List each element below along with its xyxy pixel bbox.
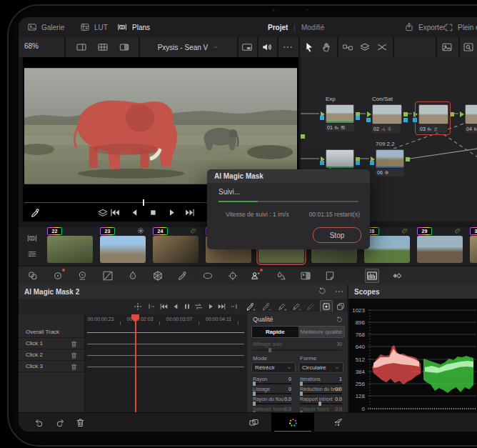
zoom-level[interactable]: 68% xyxy=(24,42,39,50)
redo-icon[interactable] xyxy=(54,417,65,428)
wipe-layers-icon[interactable] xyxy=(97,207,109,219)
pause-icon[interactable] xyxy=(182,302,192,312)
clip-28[interactable]: 28 xyxy=(364,227,410,266)
picker-add-icon[interactable]: + xyxy=(246,302,256,312)
node-input[interactable] xyxy=(413,111,418,117)
cut-page-icon[interactable] xyxy=(248,417,259,428)
node-thumbnail[interactable] xyxy=(372,104,402,124)
fullscreen-button[interactable]: Plein écran xyxy=(444,17,477,37)
pen-icon[interactable] xyxy=(306,302,316,312)
skip-start-icon[interactable] xyxy=(109,206,121,219)
tab-plans[interactable]: Plans xyxy=(116,17,150,37)
slider-track[interactable] xyxy=(300,403,342,404)
reset-icon[interactable] xyxy=(318,287,327,296)
more-options-icon[interactable] xyxy=(282,41,293,53)
undo-icon[interactable] xyxy=(34,417,45,428)
slider-track[interactable] xyxy=(253,403,291,404)
clip-thumbnail[interactable] xyxy=(47,236,93,263)
track-bar[interactable] xyxy=(87,367,244,367)
stop-button[interactable]: Stop xyxy=(313,227,361,243)
play-icon[interactable] xyxy=(166,206,178,219)
export-button[interactable]: Exporter xyxy=(404,17,446,37)
node-thumbnail[interactable] xyxy=(326,104,354,123)
color-wheels-icon[interactable] xyxy=(27,270,39,282)
notes-icon[interactable] xyxy=(324,270,336,282)
delete-track-icon[interactable] xyxy=(70,352,78,359)
clips-strip-icon[interactable] xyxy=(26,233,39,244)
node-bar[interactable]: 06 xyxy=(376,169,404,176)
step-track-fwd-icon[interactable] xyxy=(229,302,239,312)
clip-23[interactable]: 23 xyxy=(100,227,146,266)
timeline-sliders-icon[interactable] xyxy=(26,249,38,259)
node-02[interactable]: Con/Sat 02 xyxy=(372,104,401,133)
node-input[interactable] xyxy=(460,111,464,117)
stop-icon[interactable] xyxy=(147,206,159,219)
tracker-icon[interactable] xyxy=(227,270,239,282)
delete-track-icon[interactable] xyxy=(70,363,78,371)
magic-mask-icon[interactable] xyxy=(250,270,261,282)
node-link-icon[interactable] xyxy=(342,41,353,53)
node-output[interactable] xyxy=(406,157,410,161)
track-bar[interactable] xyxy=(87,344,244,344)
node-04[interactable]: 04 xyxy=(465,104,477,133)
node-output[interactable] xyxy=(450,112,454,116)
quality-best[interactable]: Meilleure qualité xyxy=(298,327,345,337)
node-03-selected[interactable]: 03 xyxy=(418,104,447,133)
node-06[interactable]: 709 2.2 06 xyxy=(376,149,404,176)
node-bar[interactable]: 02 xyxy=(372,125,401,133)
picker-remove-icon[interactable]: − xyxy=(261,302,271,312)
lightbox-icon[interactable] xyxy=(463,41,474,53)
audio-icon[interactable] xyxy=(261,41,273,53)
clip-30[interactable]: 30 xyxy=(470,227,477,266)
node-input[interactable] xyxy=(367,111,371,117)
clip-thumbnail[interactable] xyxy=(470,236,477,263)
node-mask-input[interactable] xyxy=(413,118,417,122)
effects-icon[interactable] xyxy=(300,270,311,282)
grid-view-icon[interactable] xyxy=(97,41,109,53)
node-thumbnail[interactable] xyxy=(465,104,477,124)
skip-end-icon[interactable] xyxy=(184,206,196,219)
primaries-icon[interactable] xyxy=(52,270,64,282)
qualifier-icon[interactable] xyxy=(127,270,139,282)
node-bar[interactable]: 03 xyxy=(418,125,447,133)
node-thumbnail[interactable] xyxy=(376,149,404,168)
scopes-waveform[interactable]: 1023 896 768 640 512 384 256 128 0 xyxy=(348,299,477,412)
mode-dropdown[interactable]: Rétrécir xyxy=(251,362,296,373)
dialog-title-bar[interactable]: AI Magic Mask xyxy=(207,169,370,183)
slider-track[interactable] xyxy=(253,393,291,394)
clip-title-dropdown[interactable]: Pxysis - Sean V xyxy=(140,37,237,57)
node-bar[interactable]: 01 xyxy=(326,124,354,131)
node-mask-input[interactable] xyxy=(370,161,374,165)
hand-tool-icon[interactable] xyxy=(321,41,333,53)
quality-fast[interactable]: Rapide xyxy=(252,327,298,337)
panel-options-icon[interactable] xyxy=(334,287,344,297)
keyframes-icon[interactable] xyxy=(391,270,403,282)
slider-track[interactable] xyxy=(253,383,291,384)
hdr-wheels-icon[interactable] xyxy=(77,270,89,282)
shape-dropdown[interactable]: Circulaire xyxy=(298,362,343,373)
clip-thumbnail[interactable] xyxy=(364,236,410,263)
track-overall[interactable]: Overall Track xyxy=(19,327,84,338)
track-both-icon[interactable] xyxy=(194,302,204,312)
mixer-icon[interactable] xyxy=(376,41,388,53)
clip-24[interactable]: 24 xyxy=(153,227,199,266)
blur-icon[interactable] xyxy=(276,270,287,282)
pen-remove-icon[interactable]: − xyxy=(291,302,301,312)
tab-galerie[interactable]: Galerie xyxy=(27,17,64,37)
color-page-tab[interactable] xyxy=(271,413,314,432)
track-bar[interactable] xyxy=(87,355,244,356)
scrubber-playhead[interactable] xyxy=(143,199,144,206)
layers-icon[interactable] xyxy=(359,41,371,53)
power-window-icon[interactable] xyxy=(202,270,214,282)
export-page-icon[interactable] xyxy=(333,417,343,428)
warper-icon[interactable] xyxy=(152,270,164,282)
pen-add-icon[interactable]: + xyxy=(277,302,287,312)
refine-slider[interactable] xyxy=(253,349,341,351)
node-01[interactable]: Exp 01 xyxy=(326,104,354,131)
hq-monitor-icon[interactable] xyxy=(241,41,253,53)
scopes-toggle-icon[interactable] xyxy=(365,269,379,283)
slider-track[interactable] xyxy=(300,383,342,384)
playhead-line[interactable] xyxy=(135,314,136,412)
single-view-icon[interactable] xyxy=(76,41,87,53)
node-thumbnail[interactable] xyxy=(418,104,448,124)
